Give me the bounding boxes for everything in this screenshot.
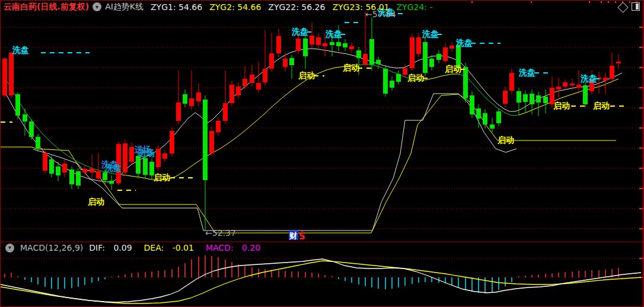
chevron-down-icon[interactable]: ▾ xyxy=(93,2,101,11)
zyg24-value: ZYG24: - xyxy=(397,2,433,12)
zyg1-value: ZYG1: 54.66 xyxy=(151,2,202,12)
macd-layer xyxy=(1,255,641,303)
watermark-char: 财 xyxy=(289,231,297,240)
price-mark-label: ←52.37 xyxy=(205,228,236,238)
signal-label: 启动 xyxy=(298,71,315,80)
signal-label: 启动 xyxy=(342,63,359,72)
zyg2-value: ZYG2: 54.66 xyxy=(209,2,261,12)
window-icons xyxy=(619,2,640,11)
split-window-icon[interactable] xyxy=(632,2,640,11)
macd-name[interactable]: MACD(12,26,9) xyxy=(20,243,83,252)
dif-value: DIF: 0.09 xyxy=(89,243,138,252)
signal-label: 洗盘 xyxy=(455,38,473,47)
signal-label: 洗盘 xyxy=(291,27,308,36)
chevron-down-icon[interactable]: ▾ xyxy=(5,244,14,252)
signal-label: 启动 xyxy=(153,172,170,182)
signal-label: 启动 xyxy=(444,64,461,73)
signal-label: 启动 xyxy=(553,101,570,110)
diamond-icon[interactable] xyxy=(617,2,628,12)
signal-label: 启动 xyxy=(407,73,424,82)
signal-label: 洗盘 xyxy=(518,68,535,77)
signal-label: 洗盘 xyxy=(580,73,597,83)
signal-label: 启动 xyxy=(592,101,610,110)
signal-label: 洗盘 xyxy=(104,163,122,172)
watermark-char2: Ṡ xyxy=(299,231,305,242)
signal-label: 洗盘 xyxy=(325,29,342,39)
signal-label: 洗盘 xyxy=(422,29,439,39)
chart-canvas[interactable]: 洗盘洗盘洗盘进场进场洗盘洗盘洗盘洗盘洗盘洗盘洗盘启动启动启动启动启动启动启动启动… xyxy=(1,1,644,307)
stock-app-window: 云南白药(日线.前复权) ▾ AI趋势K线 ZYG1: 54.66 ZYG2: … xyxy=(0,0,644,307)
zyg22-value: ZYG22: 56.26 xyxy=(268,2,325,12)
title-bar: 云南白药(日线.前复权) ▾ AI趋势K线 ZYG1: 54.66 ZYG2: … xyxy=(1,1,643,13)
signal-label: 启动 xyxy=(87,197,104,206)
indicator-name[interactable]: AI趋势K线 xyxy=(105,2,144,12)
zyg23-value: ZYG23: 56.01 xyxy=(332,2,389,12)
dea-value: DEA: -0.01 xyxy=(144,243,200,252)
macd-value: MACD: 0.20 xyxy=(206,243,266,252)
signal-label: 洗盘 xyxy=(12,45,29,55)
stop-line-layer xyxy=(1,94,616,233)
signal-label: 进场 xyxy=(138,148,155,158)
signal-label: 启动 xyxy=(497,135,514,145)
stock-title: 云南白药(日线.前复权) xyxy=(4,2,89,12)
macd-header: ▾ MACD(12,26,9) DIF: 0.09 DEA: -0.01 MAC… xyxy=(2,243,272,252)
